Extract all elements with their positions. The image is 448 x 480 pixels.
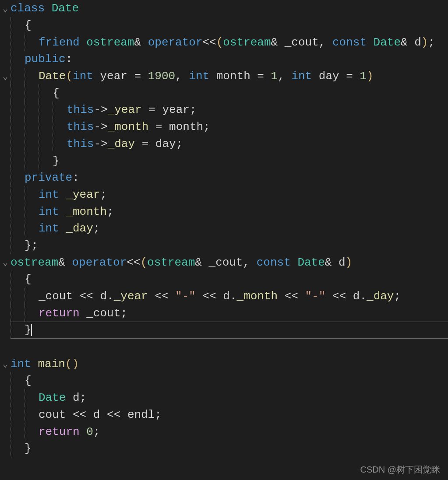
type-ostream: ostream xyxy=(223,36,271,49)
colon: : xyxy=(66,53,73,66)
paren-close: ) xyxy=(72,357,79,371)
type-int: int xyxy=(39,205,59,218)
type-int: int xyxy=(73,70,93,83)
member-year: _year xyxy=(59,188,100,201)
paren-open: ( xyxy=(65,357,72,371)
member-month: _month xyxy=(108,120,149,133)
watermark-label: CSDN @树下困觉眯 xyxy=(360,464,440,476)
code-line[interactable]: { xyxy=(0,84,448,102)
fn-main: main xyxy=(38,357,65,371)
type-date: Date xyxy=(39,391,66,404)
code-line[interactable]: { xyxy=(0,271,448,288)
code-line[interactable]: return 0; xyxy=(0,423,448,440)
code-line[interactable]: public: xyxy=(0,51,448,68)
code-editor[interactable]: ⌄ class Date { friend ostream& operator<… xyxy=(0,0,448,457)
ctor-name: Date xyxy=(39,70,66,83)
keyword-friend: friend xyxy=(39,36,80,49)
code-line[interactable]: ⌄ class Date xyxy=(0,0,448,17)
keyword-const: const xyxy=(257,256,291,269)
type-int: int xyxy=(189,70,209,83)
code-line-cursor[interactable]: } xyxy=(0,322,448,339)
chevron-down-icon[interactable]: ⌄ xyxy=(3,3,8,14)
code-line[interactable]: int _day; xyxy=(0,220,448,237)
code-line[interactable]: { xyxy=(0,372,448,389)
code-line-blank[interactable] xyxy=(0,339,448,356)
shift-left: << xyxy=(80,290,93,303)
semicolon: ; xyxy=(93,425,100,438)
shift-left: << xyxy=(127,256,140,269)
keyword-private: private xyxy=(25,171,72,184)
amp: & xyxy=(195,256,202,269)
paren-close: ) xyxy=(367,70,374,83)
arrow: -> xyxy=(94,103,107,116)
cursor-line-highlight xyxy=(11,322,448,339)
shift-left: << xyxy=(203,36,216,49)
comma: , xyxy=(319,36,332,49)
keyword-public: public xyxy=(25,53,66,66)
code-line[interactable]: this->_year = year; xyxy=(0,102,448,119)
member-month: _month xyxy=(59,205,107,218)
amp: & xyxy=(325,256,332,269)
assign-year: = year xyxy=(142,103,190,116)
paren-open: ( xyxy=(140,256,147,269)
paren-open: ( xyxy=(66,70,73,83)
param-year: year = xyxy=(93,70,148,83)
type-ostream: ostream xyxy=(147,256,195,269)
member-year: _year xyxy=(114,290,148,303)
member-month: _month xyxy=(237,290,278,303)
shift-left: << xyxy=(196,290,223,303)
code-line[interactable]: cout << d << endl; xyxy=(0,406,448,424)
chevron-down-icon[interactable]: ⌄ xyxy=(3,358,8,369)
param-d: d xyxy=(332,256,345,269)
chevron-down-icon[interactable]: ⌄ xyxy=(3,71,8,82)
var-d: d xyxy=(66,391,79,404)
keyword-return: return xyxy=(39,307,80,320)
shift-left: << xyxy=(148,290,175,303)
brace-open: { xyxy=(25,19,32,32)
param-d: d xyxy=(408,36,421,49)
comma: , xyxy=(175,70,189,83)
code-line[interactable]: ⌄ Date(int year = 1900, int month = 1, i… xyxy=(0,68,448,85)
keyword-return: return xyxy=(39,425,80,438)
brace-close-semi: }; xyxy=(25,239,38,252)
keyword-operator: operator xyxy=(72,256,127,269)
keyword-this: this xyxy=(67,120,94,133)
number-zero: 0 xyxy=(80,425,93,438)
colon: : xyxy=(72,171,79,184)
semicolon: ; xyxy=(176,137,183,151)
amp: & xyxy=(58,256,65,269)
param-cout: _cout xyxy=(202,256,243,269)
amp: & xyxy=(401,36,408,49)
shift-left: << xyxy=(73,408,86,421)
code-line[interactable]: } xyxy=(0,152,448,169)
code-line[interactable]: }; xyxy=(0,237,448,254)
code-line[interactable]: this->_month = month; xyxy=(0,119,448,136)
semicolon: ; xyxy=(428,36,435,49)
code-line[interactable]: _cout << d._year << "-" << d._month << "… xyxy=(0,288,448,305)
obj-d: d. xyxy=(223,290,236,303)
chevron-down-icon[interactable]: ⌄ xyxy=(3,257,8,268)
brace-close: } xyxy=(53,154,60,168)
code-line[interactable]: ⌄ int main() xyxy=(0,355,448,372)
code-line[interactable]: private: xyxy=(0,169,448,186)
amp: & xyxy=(134,36,141,49)
keyword-this: this xyxy=(67,137,94,151)
comma: , xyxy=(278,70,291,83)
semicolon: ; xyxy=(120,307,127,320)
type-int: int xyxy=(11,357,31,371)
code-line[interactable]: friend ostream& operator<<(ostream& _cou… xyxy=(0,34,448,51)
semicolon: ; xyxy=(394,290,401,303)
code-line[interactable]: return _cout; xyxy=(0,305,448,322)
code-line[interactable]: this->_day = day; xyxy=(0,136,448,153)
code-line[interactable]: ⌄ ostream& operator<<(ostream& _cout, co… xyxy=(0,254,448,271)
code-line[interactable]: Date d; xyxy=(0,389,448,406)
code-line[interactable]: } xyxy=(0,440,448,457)
semicolon: ; xyxy=(107,205,114,218)
type-date: Date xyxy=(367,36,401,49)
code-line[interactable]: int _month; xyxy=(0,203,448,220)
brace-close: } xyxy=(25,442,32,455)
code-line[interactable]: int _year; xyxy=(0,186,448,203)
shift-left: << xyxy=(100,408,127,421)
code-line[interactable]: { xyxy=(0,17,448,34)
gutter: ⌄ xyxy=(0,3,11,14)
